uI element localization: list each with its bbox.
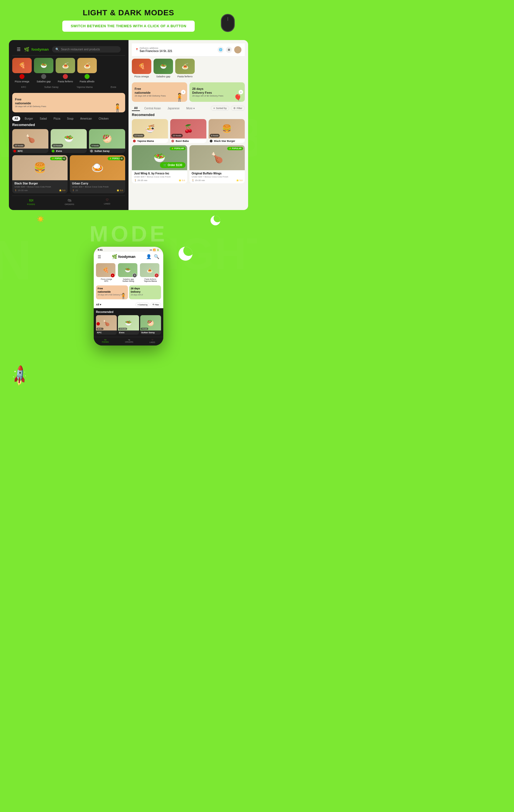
phone-sorted-by-btn[interactable]: ≡ Sorted by <box>136 303 149 307</box>
rest-card-basri[interactable]: 🍒 23 foods Basri Baba <box>170 119 206 143</box>
order-label: Order $130 <box>168 164 182 167</box>
buffalo-footer: 🚶 25-35 min ⭐ 5.0 <box>192 179 242 182</box>
phone-cat-pasta[interactable]: 🍝 Y Pasta ferferro Yapona Mama <box>140 263 161 282</box>
phone-sultan-label: Sultan Saray <box>118 280 139 282</box>
black-name: Black Star Burger <box>209 139 245 143</box>
subtitle-box: SWITCH BETWEEN THE THEMES WITH A CLICK O… <box>62 21 195 32</box>
cat-item-pasta[interactable]: 🍝 Pasta ferferro <box>56 58 75 83</box>
kfc-name: KFC <box>12 149 48 153</box>
filter-light-central[interactable]: Central Asian <box>142 106 163 111</box>
cat-item-pasta2[interactable]: 🍝 Pasta alfredo <box>77 58 97 83</box>
filter-tab-salad[interactable]: Salad <box>37 116 49 121</box>
cat-light-pizza[interactable]: 🍕 Pizza omega <box>132 59 151 78</box>
popular-card-buffalo[interactable]: 🍗 ⚡ POPULAR Original Buffalo Wings Under… <box>190 145 245 183</box>
delivery-label: Delivery address <box>140 47 172 50</box>
filter-light-all[interactable]: All <box>132 106 140 111</box>
filter-tab-all[interactable]: All <box>12 116 20 121</box>
phone-rec-evos[interactable]: 🥗 10 foods Evos <box>118 315 139 335</box>
phone-bnav-foods[interactable]: 🍽 FOODS <box>102 339 109 343</box>
phone-categories: 🍕 K Pizza omega KFC 🥗 ⚙ Saladno gap Sult… <box>94 261 163 284</box>
filter-bar-dark: All Burger Salad Pizza Soup American Chi… <box>12 115 125 123</box>
cat-light-img-pasta: 🍝 <box>175 59 195 74</box>
grid-icon[interactable]: ⊞ <box>226 47 232 53</box>
phone-rec-title: Recomended <box>96 311 161 314</box>
rest-card-img-evos: 🥗 10 foods <box>51 129 87 149</box>
sun-icon: ☀️ <box>37 215 44 223</box>
phone-rec-kfc[interactable]: 🍗 20 fo.. KFC <box>96 315 117 335</box>
phone-sultan-card-name: Sultan Saray <box>140 330 161 335</box>
banner-next-arrow[interactable]: › <box>239 90 243 94</box>
banner-free-dark: Freenationwide 28 days left of $0 Delive… <box>12 93 125 112</box>
filter-label: Filter <box>237 107 242 110</box>
phone-bnav-orders[interactable]: 🛍 ORDERS <box>125 339 133 343</box>
phone-yapona-label: Yapona Mama <box>140 280 161 282</box>
phone-cat-pizza[interactable]: 🍕 K Pizza omega KFC <box>96 263 117 282</box>
phone-cat-salad[interactable]: 🥗 ⚙ Saladno gap Sultan Saray <box>118 263 139 282</box>
popular-card-urban-curry[interactable]: 🍛 ⚡ POPULAR ⚙ Urban Curry Under $39 + Bo… <box>70 155 125 193</box>
filter-light-more[interactable]: More ▾ <box>184 106 197 111</box>
phone-rec-kfc-img: 🍗 20 fo.. <box>96 315 117 330</box>
cat-item-pizza[interactable]: 🍕 Pizza omega <box>12 58 32 83</box>
rest-card-yapona[interactable]: 🍜 12 foods Yapona Mama <box>132 119 168 143</box>
fresco-footer: 🚶 25-35 min ⭐ 5.0 <box>134 179 185 182</box>
cat-light-label-pizza: Pizza omega <box>132 75 151 78</box>
user-avatar[interactable] <box>234 46 241 53</box>
filter-btn[interactable]: ⚙ Filter <box>231 106 245 111</box>
black-star-img: 🍔 ⚡ POPULAR ⚙ <box>12 155 67 180</box>
restaurant-cards-light: 🍜 12 foods Yapona Mama 🍒 23 foods <box>132 119 245 143</box>
phone-search-icon[interactable]: 🔍 <box>154 254 160 259</box>
curry-title: Urban Curry <box>72 182 123 185</box>
status-bar: 9:41 ▪▪▪ 📶 🔋 <box>94 247 163 252</box>
order-btn-fresco[interactable]: 🛒 Order $130 <box>160 157 185 169</box>
filter-tab-american[interactable]: American <box>78 116 94 121</box>
phone-kfc-label: KFC <box>96 280 117 282</box>
phone-user-icon[interactable]: 👤 <box>146 254 151 259</box>
rocket-decoration: 🚀 <box>8 364 32 387</box>
phone-filter-all[interactable]: All ▾ <box>96 303 101 306</box>
globe-icon[interactable]: 🌐 <box>218 47 224 53</box>
rest-label-evos: Evos <box>111 86 116 88</box>
banner-person2-icon: 🎈 <box>234 94 242 102</box>
curry-body: Urban Curry Under $39 + Bonus Coca Cola … <box>70 180 125 193</box>
nav-icons-light: 🌐 ⊞ <box>218 46 241 53</box>
rest-card-evos[interactable]: 🥗 10 foods Evos <box>51 129 87 153</box>
filter-tab-soup[interactable]: Soup <box>65 116 76 121</box>
popular-card-black-star[interactable]: 🍔 ⚡ POPULAR ⚙ Black Star Burger Under $3… <box>12 155 67 193</box>
phone-rec-sultan[interactable]: 🥙 4 foods Sultan Saray <box>140 315 161 335</box>
phone-orders-icon: 🛍 <box>128 339 130 341</box>
bnav-liked[interactable]: ♡ LIKED <box>104 198 110 206</box>
phone-liked-icon: ♡ <box>151 339 153 341</box>
popular-cards-light: 🥗 ⚡ POPULAR 🛒 Order $130 Just Wing It. b… <box>132 145 245 183</box>
evos-name: Evos <box>51 149 87 153</box>
battery-icon: 🔋 <box>156 249 160 251</box>
search-box-dark[interactable]: 🔍 Search restaurant and products <box>52 46 121 53</box>
rest-card-black-star[interactable]: 🍔 8 foods Black Star Burger <box>209 119 245 143</box>
filter-tab-burger[interactable]: Burger <box>23 116 35 121</box>
hamburger-icon[interactable]: ☰ <box>17 47 21 52</box>
bnav-foods[interactable]: 🍽 FOODS <box>27 198 35 206</box>
rest-card-sultan[interactable]: 🥙 4 foods Sultan Saray <box>89 129 125 153</box>
popular-card-fresco[interactable]: 🥗 ⚡ POPULAR 🛒 Order $130 Just Wing It. b… <box>132 145 187 183</box>
category-scroll-light: 🍕 Pizza omega 🥗 Saladno gap 🍝 Pasta ferf… <box>132 56 245 80</box>
filter-tab-pizza[interactable]: Pizza <box>51 116 62 121</box>
filter-tab-chicken[interactable]: Chicken <box>96 116 111 121</box>
cat-item-salad[interactable]: 🥗 Saladno gap <box>34 58 53 83</box>
filter-light-japanese[interactable]: Japanese <box>165 106 182 111</box>
banner-free-light-sub: 28 days left of $0 Delivery Fees <box>135 94 166 97</box>
order-button[interactable]: 🛒 Order $130 <box>160 162 185 168</box>
sorted-by-btn[interactable]: ≡ Sorted by <box>211 106 229 111</box>
cat-light-salad[interactable]: 🥗 Saladno gap <box>153 59 173 78</box>
bnav-orders[interactable]: 🛍 ORDERS <box>65 198 74 206</box>
rest-card-kfc[interactable]: 🍗 20 foods KFC <box>12 129 48 153</box>
banner-prev-arrow[interactable]: ‹ <box>181 90 185 94</box>
phone-recommended: Recomended 🍗 20 fo.. KFC 🥗 10 food <box>94 308 163 337</box>
phone-filter-icon: ⚙ <box>152 303 154 306</box>
yapona-logo-phone: Y <box>154 273 159 278</box>
chevron-down-icon: ▾ <box>100 303 101 306</box>
phone-bnav-liked[interactable]: ♡ LIKED <box>150 339 155 343</box>
phone-filter-btn[interactable]: ⚙ Filter <box>150 303 161 307</box>
phone-hamburger[interactable]: ☰ <box>97 255 101 259</box>
cat-light-pasta[interactable]: 🍝 Pasta ferferro <box>175 59 195 78</box>
evos-badge: 10 foods <box>52 144 63 147</box>
phone-foods-label: FOODS <box>102 341 109 343</box>
